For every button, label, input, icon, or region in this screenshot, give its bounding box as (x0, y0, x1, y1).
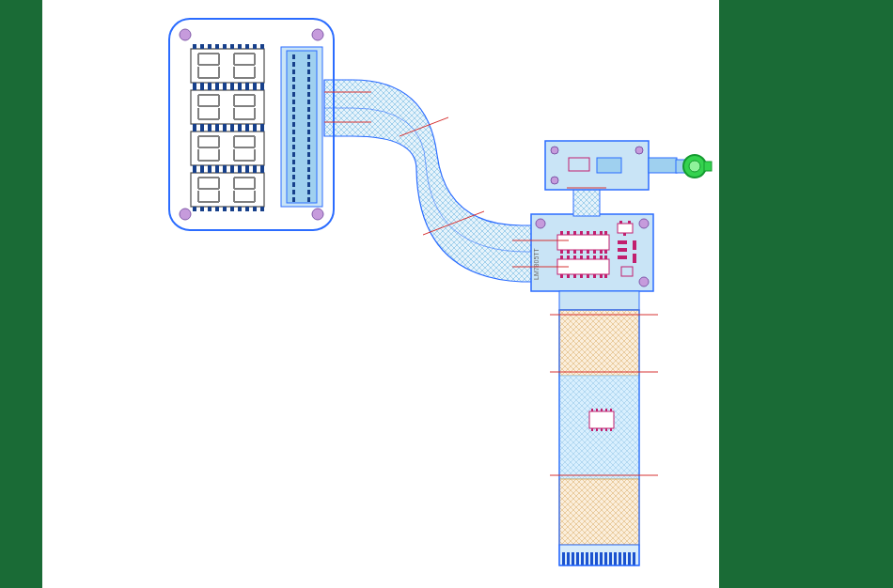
svg-rect-140 (560, 231, 563, 235)
svg-rect-91 (260, 207, 264, 211)
svg-rect-161 (587, 255, 589, 259)
svg-rect-121 (307, 107, 310, 112)
svg-rect-178 (618, 248, 627, 252)
flex-cable (324, 80, 555, 282)
svg-rect-134 (531, 214, 653, 291)
svg-rect-173 (618, 224, 633, 233)
svg-rect-57 (238, 127, 242, 132)
svg-rect-199 (596, 409, 598, 411)
svg-rect-55 (223, 127, 227, 132)
svg-rect-97 (292, 77, 295, 82)
svg-rect-30 (193, 85, 196, 90)
svg-rect-210 (562, 552, 565, 565)
svg-rect-181 (633, 254, 636, 263)
svg-rect-73 (200, 168, 204, 173)
svg-rect-81 (260, 168, 264, 173)
svg-rect-183 (573, 188, 600, 216)
svg-rect-87 (230, 207, 234, 211)
svg-rect-176 (623, 233, 626, 236)
svg-rect-54 (215, 127, 219, 132)
svg-rect-123 (307, 122, 310, 127)
svg-rect-208 (559, 479, 639, 545)
flex-neck-top (573, 188, 600, 216)
svg-rect-126 (307, 145, 310, 149)
svg-rect-218 (600, 552, 603, 565)
svg-rect-131 (307, 182, 310, 187)
svg-rect-132 (307, 190, 310, 194)
svg-rect-175 (628, 221, 631, 224)
svg-point-187 (551, 177, 558, 184)
svg-rect-105 (292, 137, 295, 142)
svg-rect-207 (610, 428, 612, 431)
svg-rect-115 (307, 62, 310, 67)
svg-rect-111 (292, 182, 295, 187)
svg-rect-168 (580, 274, 583, 278)
svg-rect-153 (593, 250, 596, 254)
svg-rect-152 (587, 250, 589, 254)
svg-rect-120 (307, 100, 310, 104)
svg-rect-165 (560, 274, 563, 278)
svg-rect-39 (260, 85, 264, 90)
svg-rect-222 (619, 552, 621, 565)
svg-rect-197 (589, 411, 614, 428)
svg-rect-34 (223, 85, 227, 90)
svg-rect-212 (572, 552, 574, 565)
svg-rect-135 (559, 291, 639, 310)
svg-rect-36 (238, 85, 242, 90)
svg-rect-94 (292, 54, 295, 59)
svg-rect-127 (307, 152, 310, 157)
svg-rect-86 (223, 207, 227, 211)
svg-rect-204 (596, 428, 598, 431)
svg-rect-205 (601, 428, 603, 431)
svg-rect-59 (253, 127, 257, 132)
svg-rect-206 (605, 428, 607, 431)
svg-rect-106 (292, 145, 295, 149)
svg-rect-142 (573, 231, 576, 235)
svg-rect-215 (586, 552, 588, 565)
page-root: LM7805TT (0, 0, 893, 588)
svg-rect-202 (610, 409, 612, 411)
svg-rect-201 (605, 409, 607, 411)
svg-rect-164 (604, 255, 607, 259)
svg-point-7 (312, 209, 323, 220)
svg-rect-116 (307, 70, 310, 74)
edge-finger-connector (559, 545, 639, 565)
svg-rect-101 (292, 107, 295, 112)
svg-rect-72 (193, 168, 196, 173)
svg-rect-93 (287, 51, 317, 203)
svg-rect-84 (208, 207, 212, 211)
svg-rect-213 (576, 552, 579, 565)
svg-rect-180 (633, 240, 636, 250)
svg-rect-96 (292, 70, 295, 74)
svg-rect-143 (580, 231, 583, 235)
svg-rect-147 (604, 231, 607, 235)
svg-rect-76 (223, 168, 227, 173)
logic-board: LM7805TT (531, 214, 653, 310)
svg-rect-102 (292, 115, 295, 119)
svg-rect-113 (292, 197, 295, 202)
svg-rect-15 (238, 44, 242, 49)
svg-rect-223 (623, 552, 626, 565)
svg-rect-128 (307, 160, 310, 164)
svg-rect-38 (253, 85, 257, 90)
svg-rect-37 (245, 85, 249, 90)
svg-rect-160 (580, 255, 583, 259)
svg-rect-179 (618, 255, 627, 259)
svg-rect-133 (307, 197, 310, 202)
right-green-stripe (719, 0, 893, 588)
flex-lower-stack (559, 310, 639, 565)
svg-rect-52 (200, 127, 204, 132)
svg-rect-203 (591, 428, 593, 431)
svg-rect-13 (223, 44, 227, 49)
pin-header (281, 47, 322, 207)
svg-rect-139 (557, 235, 609, 250)
svg-rect-216 (590, 552, 593, 565)
svg-rect-162 (593, 255, 596, 259)
svg-rect-189 (597, 158, 621, 173)
svg-rect-157 (560, 255, 563, 259)
svg-rect-146 (600, 231, 603, 235)
svg-rect-166 (567, 274, 570, 278)
svg-rect-144 (587, 231, 589, 235)
seven-segment-bank (191, 44, 264, 211)
svg-rect-209 (559, 545, 639, 565)
